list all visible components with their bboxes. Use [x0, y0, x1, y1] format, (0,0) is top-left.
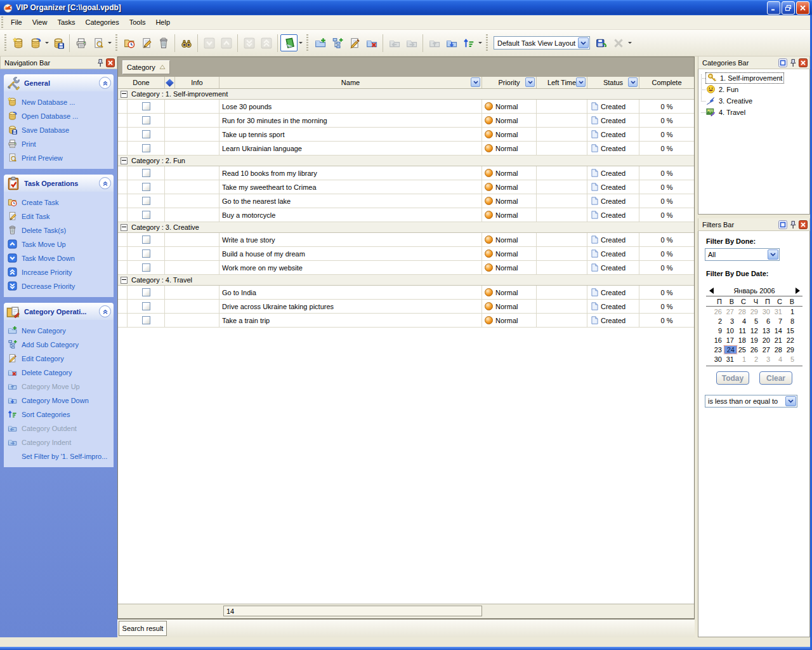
nav-item-category-move-down[interactable]: Category Move Down — [8, 394, 112, 408]
pin-icon[interactable] — [789, 58, 797, 67]
menu-file[interactable]: File — [6, 17, 27, 28]
nav-item-delete-task-s[interactable]: Delete Task(s) — [8, 223, 112, 237]
new-database-button[interactable] — [10, 34, 27, 51]
task-row[interactable]: Read 10 books from my libraryNormalCreat… — [118, 166, 694, 180]
column-header-info-icon[interactable] — [165, 77, 175, 88]
calendar-date[interactable]: 4 — [737, 317, 749, 325]
category-group-row[interactable]: Category : 1. Self-improvement — [118, 89, 694, 100]
nav-item-decrease-priority[interactable]: Decrease Priority — [8, 279, 112, 293]
nav-section-header[interactable]: Task Operations — [4, 175, 114, 192]
calendar-date[interactable]: 10 — [724, 327, 737, 335]
calendar-date[interactable]: 20 — [761, 336, 773, 344]
calendar-date[interactable]: 5 — [785, 355, 797, 363]
print-preview-button[interactable] — [89, 34, 107, 51]
category-group-row[interactable]: Category : 2. Fun — [118, 156, 694, 166]
calendar-date[interactable]: 17 — [724, 336, 737, 344]
done-checkbox[interactable] — [142, 302, 150, 310]
nav-item-add-sub-category[interactable]: Add Sub Category — [8, 338, 112, 352]
calendar-date[interactable]: 2 — [749, 355, 761, 363]
calendar-date[interactable]: 12 — [749, 327, 761, 335]
task-row[interactable]: Go to IndiaNormalCreated0 % — [118, 286, 694, 300]
nav-item-increase-priority[interactable]: Increase Priority — [8, 265, 112, 279]
category-tree-item[interactable]: 3. Creative — [701, 95, 808, 107]
due-date-condition-select[interactable]: is less than or equal to — [705, 395, 797, 408]
nav-item-open-database[interactable]: Open Database ... — [8, 109, 112, 123]
calendar-date[interactable]: 26 — [712, 308, 724, 315]
today-button[interactable]: Today — [716, 371, 749, 385]
done-checkbox[interactable] — [142, 316, 150, 324]
calendar-date[interactable]: 23 — [712, 346, 724, 354]
calendar-date[interactable]: 7 — [773, 317, 785, 325]
nav-section-header[interactable]: General — [4, 74, 114, 91]
nav-item-task-move-up[interactable]: Task Move Up — [8, 237, 112, 251]
group-by-category-button[interactable]: Category — [122, 60, 170, 74]
open-database-button[interactable] — [27, 34, 44, 51]
print-button[interactable] — [72, 34, 89, 51]
category-tree-item[interactable]: 4. Travel — [701, 107, 808, 118]
edit-category-button[interactable] — [346, 34, 363, 51]
nav-item-task-move-down[interactable]: Task Move Down — [8, 251, 112, 265]
combo-dropdown-icon[interactable] — [768, 249, 778, 260]
combo-dropdown-icon[interactable] — [578, 37, 589, 48]
calendar-date[interactable]: 28 — [737, 308, 749, 315]
column-header-info[interactable]: Info — [175, 77, 219, 88]
calendar-date[interactable]: 6 — [761, 317, 773, 325]
menu-tasks[interactable]: Tasks — [52, 17, 80, 28]
menu-view[interactable]: View — [27, 17, 53, 28]
layout-combo[interactable]: Default Task View Layout — [494, 36, 590, 50]
nav-section-header[interactable]: Category Operati... — [4, 303, 114, 320]
filter-by-done-select[interactable]: All — [705, 248, 780, 261]
calendar-date[interactable]: 19 — [749, 336, 761, 344]
category-group-row[interactable]: Category : 3. Creative — [118, 222, 694, 233]
task-row[interactable]: Take up tennis sportNormalCreated0 % — [118, 128, 694, 142]
save-layout-button[interactable] — [593, 34, 610, 51]
calendar-date[interactable]: 16 — [712, 336, 724, 344]
column-header-status[interactable]: Status — [587, 77, 639, 88]
calendar-next-icon[interactable] — [794, 287, 801, 295]
category-tree-item[interactable]: 2. Fun — [701, 84, 808, 95]
calendar-date[interactable]: 13 — [761, 327, 773, 335]
create-task-button[interactable] — [121, 34, 138, 51]
category-tree-item[interactable]: 1. Self-improvement — [701, 72, 808, 84]
calendar-date[interactable]: 29 — [749, 308, 761, 315]
collapse-group-icon[interactable] — [121, 224, 128, 231]
calendar-date[interactable]: 1 — [785, 308, 797, 315]
nav-item-edit-category[interactable]: Edit Category — [8, 352, 112, 366]
calendar-date[interactable]: 14 — [773, 327, 785, 335]
nav-item-set-filter-by-1-self-impro[interactable]: Set Filter by '1. Self-impro... — [8, 449, 112, 463]
calendar-date[interactable]: 15 — [785, 327, 797, 335]
nav-item-create-task[interactable]: Create Task — [8, 196, 112, 209]
restore-button[interactable] — [782, 1, 795, 15]
menu-grip[interactable] — [1, 17, 3, 28]
done-checkbox[interactable] — [142, 197, 150, 205]
task-row[interactable]: Take a train tripNormalCreated0 % — [118, 314, 694, 328]
done-checkbox[interactable] — [142, 183, 150, 191]
calendar-date[interactable]: 5 — [749, 317, 761, 325]
delete-task-button[interactable] — [155, 34, 172, 51]
calendar-date[interactable]: 9 — [712, 327, 724, 335]
nav-item-print[interactable]: Print — [8, 137, 112, 151]
calendar-date[interactable]: 3 — [761, 355, 773, 363]
collapse-chevron-icon[interactable] — [99, 77, 111, 89]
toolbar-overflow-icon[interactable] — [627, 34, 632, 51]
calendar-date[interactable]: 25 — [737, 346, 749, 354]
left-time-filter-button[interactable] — [576, 77, 586, 87]
column-header-priority[interactable]: Priority — [482, 77, 537, 88]
calendar-prev-icon[interactable] — [707, 287, 715, 295]
search-result-tab[interactable]: Search result — [119, 621, 167, 636]
dropdown-caret-icon[interactable] — [44, 34, 49, 51]
done-checkbox[interactable] — [142, 144, 150, 152]
nav-item-delete-category[interactable]: Delete Category — [8, 366, 112, 380]
menu-tools[interactable]: Tools — [124, 17, 151, 28]
done-checkbox[interactable] — [142, 211, 150, 219]
done-checkbox[interactable] — [142, 235, 150, 244]
sort-categories-button[interactable] — [460, 34, 477, 51]
calendar-date[interactable]: 3 — [724, 317, 737, 325]
calendar-date[interactable]: 30 — [712, 355, 724, 363]
nav-item-print-preview[interactable]: Print Preview — [8, 151, 112, 165]
done-checkbox[interactable] — [142, 249, 150, 258]
calendar-date[interactable]: 26 — [749, 346, 761, 354]
category-group-row[interactable]: Category : 4. Travel — [118, 275, 694, 286]
nav-item-edit-task[interactable]: Edit Task — [8, 209, 112, 223]
edit-task-button[interactable] — [138, 34, 155, 51]
